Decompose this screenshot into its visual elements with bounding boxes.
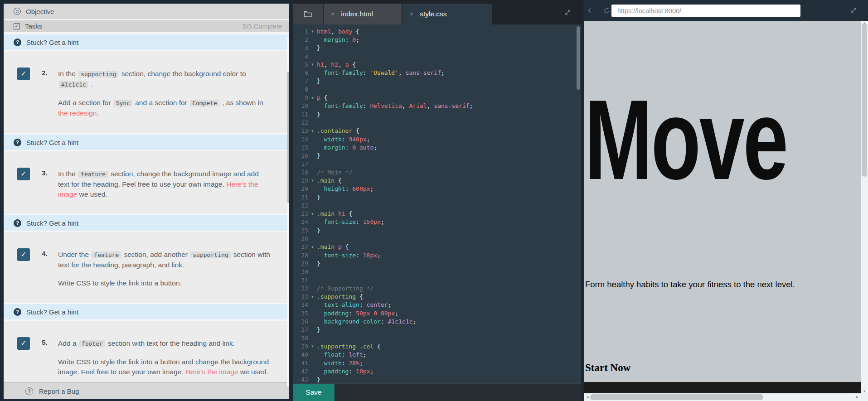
question-circle-icon: ?	[14, 39, 21, 46]
task-number: 4.	[42, 248, 58, 303]
back-button[interactable]	[587, 7, 598, 14]
preview-vertical-scrollbar[interactable]: ▲ ▼	[861, 21, 868, 393]
line-number: 37	[293, 326, 308, 333]
line-number: 42	[293, 368, 308, 375]
line-number: 1	[293, 28, 308, 35]
fold-arrow-icon[interactable]: ▾	[308, 129, 317, 133]
task-checkbox[interactable]: ✓	[17, 68, 30, 80]
tasks-scrollbar[interactable]	[287, 37, 289, 387]
line-number: 9	[293, 94, 308, 101]
task-item-4: ✓ 4. Under the feature section, add anot…	[4, 232, 289, 303]
save-button[interactable]: Save	[293, 384, 335, 401]
fold-arrow-icon[interactable]: ▾	[308, 245, 317, 249]
code-line: 18/* Main */	[293, 168, 581, 176]
expand-icon	[564, 9, 571, 16]
inline-code: Compete	[190, 100, 219, 106]
code-line: 11}	[293, 110, 581, 118]
preview-horizontal-scrollbar[interactable]: ◄ ►	[584, 393, 861, 401]
start-now-link[interactable]: Start Now	[585, 362, 630, 374]
line-number: 30	[293, 268, 308, 275]
line-number: 11	[293, 111, 308, 118]
fold-arrow-icon[interactable]: ▾	[308, 295, 317, 299]
preview-vscroll-thumb[interactable]	[862, 24, 867, 177]
scroll-left-icon[interactable]: ◄	[586, 395, 589, 399]
code-editor[interactable]: 1▾html, body {2 margin: 0;3}45▾h1, h2, a…	[293, 24, 581, 383]
editor-expand-button[interactable]	[564, 9, 571, 16]
tab-index-html[interactable]: × index.html	[324, 4, 402, 24]
browser-expand-button[interactable]	[850, 7, 857, 14]
task-checkbox[interactable]: ✓	[17, 337, 30, 350]
fold-arrow-icon[interactable]: ▾	[308, 344, 317, 348]
line-number: 26	[293, 235, 308, 242]
code-line: 19▾.main {	[293, 176, 581, 184]
preview-hscroll-thumb[interactable]	[590, 394, 763, 400]
line-number: 10	[293, 102, 308, 109]
task-paragraph: Under the feature section, add another s…	[58, 250, 270, 270]
objective-label: Objective	[26, 8, 54, 15]
code-line: 28 font-size: 18px;	[293, 251, 581, 259]
hint-row[interactable]: ? Stuck? Get a hint	[4, 303, 289, 321]
question-outline-icon: ?	[25, 387, 33, 395]
hint-row[interactable]: ? Stuck? Get a hint	[4, 214, 289, 232]
hint-row[interactable]: ? Stuck? Get a hint	[4, 133, 289, 151]
fold-arrow-icon[interactable]: ▾	[308, 62, 317, 67]
file-tree-button[interactable]	[293, 4, 323, 24]
chevron-left-icon	[587, 7, 593, 14]
tasks-scrollbar-thumb[interactable]	[287, 72, 289, 203]
tasks-progress: 5/5 Complete	[243, 23, 282, 30]
line-number: 39	[293, 343, 308, 350]
fold-arrow-icon[interactable]: ▾	[308, 178, 317, 183]
objective-header[interactable]: Objective	[4, 4, 289, 19]
hint-label: Stuck? Get a hint	[26, 308, 78, 316]
task-checkbox[interactable]: ✓	[17, 168, 30, 180]
task-item-3: ✓ 3. In the feature section, change the …	[4, 151, 289, 214]
line-number: 12	[293, 119, 308, 126]
line-number: 35	[293, 310, 308, 317]
line-number: 23	[293, 210, 308, 217]
task-item-5: ✓ 5. Add a footer section with text for …	[4, 321, 289, 382]
expand-icon	[850, 7, 857, 14]
code-line: 24 font-size: 150px;	[293, 218, 581, 226]
code-line: 27▾.main p {	[293, 243, 581, 251]
fold-arrow-icon[interactable]: ▾	[308, 96, 317, 100]
tasks-header[interactable]: ✓ Tasks 5/5 Complete	[4, 20, 289, 32]
code-line: 20 height: 600px;	[293, 185, 581, 193]
task-link[interactable]: the redesign.	[58, 109, 99, 117]
inline-code: supporting	[190, 251, 230, 258]
app-window: Objective ✓ Tasks 5/5 Complete ? Stuck? …	[0, 0, 868, 401]
folder-icon	[304, 10, 312, 18]
close-icon[interactable]: ×	[331, 10, 335, 18]
code-line: 42 padding: 10px;	[293, 367, 581, 375]
code-line: 6 font-family: 'Oswald', sans-serif;	[293, 68, 581, 77]
code-line: 8	[293, 85, 581, 93]
code-line: 26	[293, 234, 581, 242]
task-link[interactable]: Here's the image	[185, 368, 238, 376]
question-circle-icon: ?	[14, 139, 21, 146]
scroll-down-icon[interactable]: ▼	[861, 390, 868, 393]
editor-scrollbar-thumb[interactable]	[577, 26, 580, 90]
tab-style-css[interactable]: × style.css	[402, 4, 492, 24]
code-line: 15 margin: 0 auto;	[293, 143, 581, 151]
task-item-2: ✓ 2. In the supporting section, change t…	[4, 51, 289, 133]
line-number: 28	[293, 252, 308, 259]
task-text: In the supporting section, change the ba…	[58, 68, 289, 133]
code-line: 3}	[293, 44, 581, 52]
report-bug-label: Report a Bug	[39, 387, 79, 395]
task-paragraph: Write CSS to style the link into a butto…	[58, 357, 270, 377]
target-icon	[14, 8, 21, 15]
hint-row[interactable]: ? Stuck? Get a hint	[4, 33, 289, 51]
code-lines: 1▾html, body {2 margin: 0;3}45▾h1, h2, a…	[293, 27, 581, 383]
editor-tab-bar: × index.html × style.css	[293, 0, 581, 24]
browser-preview-panel: https://localhost:8000/ Move Form health…	[584, 0, 868, 401]
code-line: 39▾.supporting .col {	[293, 342, 581, 350]
close-icon[interactable]: ×	[410, 10, 413, 18]
url-input[interactable]: https://localhost:8000/	[611, 5, 800, 17]
task-checkbox[interactable]: ✓	[17, 248, 30, 261]
code-line: 31	[293, 276, 581, 284]
task-link[interactable]: Here's the image	[58, 180, 258, 198]
fold-arrow-icon[interactable]: ▾	[308, 212, 317, 216]
report-bug-bar[interactable]: ? Report a Bug	[4, 382, 289, 399]
scroll-right-icon[interactable]: ►	[855, 395, 859, 399]
fold-arrow-icon[interactable]: ▾	[308, 29, 317, 34]
code-line: 35 padding: 50px 0 80px;	[293, 309, 581, 317]
